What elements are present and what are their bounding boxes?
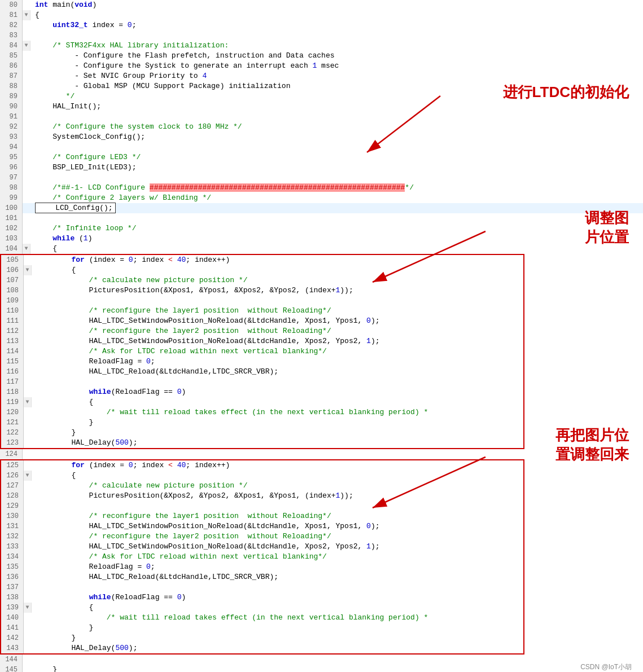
line-number: 144 bbox=[0, 655, 23, 665]
code-line: 99 /* Configure 2 layers w/ Blending */ bbox=[0, 193, 643, 203]
line-number: 108 bbox=[1, 286, 24, 296]
code-line: 144 bbox=[0, 655, 643, 665]
line-number: 114 bbox=[1, 346, 24, 357]
line-number: 95 bbox=[0, 152, 23, 162]
code-content: while(ReloadFlag == 0) bbox=[32, 387, 523, 397]
line-number: 104 bbox=[0, 244, 23, 254]
line-number: 122 bbox=[1, 428, 24, 438]
code-content: while(ReloadFlag == 0) bbox=[32, 592, 523, 603]
code-line: 120 /* wait till reload takes effect (in… bbox=[0, 407, 524, 418]
code-content: int main(void) bbox=[30, 0, 643, 10]
line-number: 145 bbox=[0, 665, 23, 672]
line-number: 124 bbox=[0, 449, 23, 459]
code-content: } bbox=[32, 623, 523, 633]
code-line: 84▼ /* STM32F4xx HAL library initializat… bbox=[0, 41, 643, 51]
code-content: { bbox=[30, 244, 643, 254]
footer-text: CSDN @IoT小胡 bbox=[580, 662, 632, 672]
line-number: 136 bbox=[1, 572, 24, 582]
line-number: 91 bbox=[0, 112, 23, 122]
code-line: 87 - Set NVIC Group Priority to 4 bbox=[0, 71, 643, 81]
line-number: 129 bbox=[1, 501, 24, 511]
code-line: 103 while (1) bbox=[0, 234, 643, 244]
line-number: 139 bbox=[1, 603, 24, 613]
line-number: 105 bbox=[1, 255, 24, 265]
fold-gutter[interactable]: ▼ bbox=[24, 397, 32, 407]
fold-gutter[interactable]: ▼ bbox=[23, 10, 30, 20]
line-number: 109 bbox=[1, 296, 24, 306]
code-content: { bbox=[32, 603, 523, 613]
code-content: /* reconfigure the layer2 position witho… bbox=[32, 532, 523, 542]
line-number: 111 bbox=[1, 316, 24, 326]
code-line: 83 bbox=[0, 30, 643, 41]
code-line: 132 /* reconfigure the layer2 position w… bbox=[0, 532, 524, 542]
code-content: HAL_LTDC_SetWindowPosition_NoReload(&Ltd… bbox=[32, 521, 523, 532]
fold-gutter[interactable]: ▼ bbox=[23, 244, 30, 254]
code-content: HAL_LTDC_SetWindowPosition_NoReload(&Ltd… bbox=[32, 316, 523, 326]
annotation-restore: 再把图片位置调整回来 bbox=[555, 426, 629, 464]
code-content: /*##-1- LCD Configure ##################… bbox=[30, 183, 643, 193]
line-number: 112 bbox=[1, 326, 24, 336]
line-number: 92 bbox=[0, 122, 23, 132]
line-number: 132 bbox=[1, 532, 24, 542]
line-number: 143 bbox=[1, 643, 24, 653]
code-line: 139▼ { bbox=[0, 603, 524, 613]
code-content: HAL_LTDC_Reload(&LtdcHandle,LTDC_SRCR_VB… bbox=[32, 367, 523, 377]
code-line: 138 while(ReloadFlag == 0) bbox=[0, 592, 524, 603]
line-number: 141 bbox=[1, 623, 24, 633]
arrow3 bbox=[339, 446, 497, 519]
code-line: 134 /* Ask for LTDC reload within next v… bbox=[0, 552, 524, 562]
code-content: /* STM32F4xx HAL library initialization: bbox=[30, 41, 643, 51]
line-number: 142 bbox=[1, 633, 24, 643]
arrow2 bbox=[339, 220, 497, 293]
fold-gutter[interactable]: ▼ bbox=[24, 603, 32, 613]
line-number: 130 bbox=[1, 511, 24, 521]
code-line: 80int main(void) bbox=[0, 0, 643, 10]
line-number: 115 bbox=[1, 357, 24, 367]
code-content: } bbox=[30, 665, 643, 672]
code-content: ReloadFlag = 0; bbox=[32, 562, 523, 572]
line-number: 125 bbox=[1, 460, 24, 471]
code-line: 112 /* reconfigure the layer2 position w… bbox=[0, 326, 524, 336]
code-content: /* Ask for LTDC reload within next verti… bbox=[32, 552, 523, 562]
line-number: 93 bbox=[0, 132, 23, 142]
code-line: 82 uint32_t index = 0; bbox=[0, 20, 643, 30]
code-line: 113 HAL_LTDC_SetWindowPosition_NoReload(… bbox=[0, 336, 524, 346]
code-line: 133 HAL_LTDC_SetWindowPosition_NoReload(… bbox=[0, 542, 524, 552]
code-content: /* Ask for LTDC reload within next verti… bbox=[32, 346, 523, 357]
code-line: 117 bbox=[0, 377, 524, 387]
line-number: 86 bbox=[0, 61, 23, 71]
line-number: 87 bbox=[0, 71, 23, 81]
fold-gutter[interactable]: ▼ bbox=[23, 41, 30, 51]
code-line: 111 HAL_LTDC_SetWindowPosition_NoReload(… bbox=[0, 316, 524, 326]
code-line: 145 } bbox=[0, 665, 643, 672]
code-content: /* reconfigure the layer2 position witho… bbox=[32, 326, 523, 336]
line-number: 83 bbox=[0, 30, 23, 41]
line-number: 119 bbox=[1, 397, 24, 407]
code-content: { bbox=[32, 397, 523, 407]
code-content: } bbox=[32, 633, 523, 643]
code-line: 141 } bbox=[0, 623, 524, 633]
line-number: 110 bbox=[1, 306, 24, 316]
line-number: 88 bbox=[0, 81, 23, 91]
svg-line-5 bbox=[373, 457, 485, 508]
code-line: 104▼ { bbox=[0, 244, 643, 254]
code-line: 136 HAL_LTDC_Reload(&LtdcHandle,LTDC_SRC… bbox=[0, 572, 524, 582]
line-number: 81 bbox=[0, 10, 23, 20]
line-number: 121 bbox=[1, 418, 24, 428]
line-number: 82 bbox=[0, 20, 23, 30]
code-content: HAL_Delay(500); bbox=[32, 643, 523, 653]
code-content: } bbox=[32, 418, 523, 428]
line-number: 134 bbox=[1, 552, 24, 562]
code-content: while (1) bbox=[30, 234, 643, 244]
annotation-ltdc: 进行LTDC的初始化 bbox=[503, 84, 629, 101]
code-content: /* wait till reload takes effect (in the… bbox=[32, 407, 523, 418]
fold-gutter[interactable]: ▼ bbox=[24, 265, 32, 275]
fold-gutter[interactable]: ▼ bbox=[24, 471, 32, 481]
line-number: 127 bbox=[1, 481, 24, 491]
line-number: 123 bbox=[1, 438, 24, 448]
code-line: 101 bbox=[0, 213, 643, 223]
line-number: 101 bbox=[0, 213, 23, 223]
code-content: - Configure the Flash prefetch, instruct… bbox=[30, 51, 643, 61]
line-number: 102 bbox=[0, 223, 23, 234]
svg-line-3 bbox=[373, 231, 485, 282]
